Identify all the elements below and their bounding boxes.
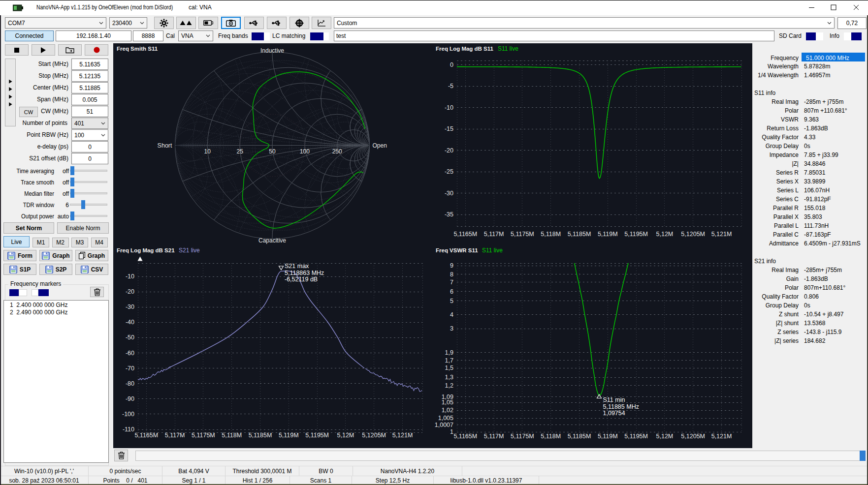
svg-text:Short: Short (158, 142, 172, 149)
svg-text:5,118M: 5,118M (222, 432, 242, 439)
svg-text:5,1195M: 5,1195M (624, 433, 648, 440)
svg-text:5,121M: 5,121M (392, 432, 413, 439)
svg-text:-25: -25 (445, 168, 453, 175)
svg-text:-50: -50 (126, 334, 134, 341)
svg-text:50: 50 (269, 148, 276, 155)
svg-text:1,9: 1,9 (445, 349, 453, 356)
svg-text:-5: -5 (448, 83, 453, 90)
svg-text:5,1185M: 5,1185M (568, 433, 591, 440)
svg-text:5,1205M: 5,1205M (681, 231, 705, 238)
svg-text:10: 10 (204, 148, 211, 155)
svg-text:S11 live: S11 live (498, 45, 518, 52)
svg-text:1,0007: 1,0007 (435, 422, 453, 428)
svg-text:4: 4 (450, 311, 453, 318)
svg-text:1: 1 (450, 428, 453, 435)
svg-text:-10: -10 (126, 273, 134, 280)
svg-text:-35: -35 (445, 211, 453, 218)
svg-text:250: 250 (332, 148, 342, 155)
svg-text:5,1195M: 5,1195M (624, 231, 648, 238)
svg-text:-6,52119 dB: -6,52119 dB (285, 276, 318, 283)
svg-text:5,118M: 5,118M (541, 433, 561, 440)
svg-text:1,7: 1,7 (445, 357, 453, 364)
svg-text:Open: Open (373, 142, 387, 149)
svg-text:1,2: 1,2 (445, 382, 453, 389)
svg-text:5,1205M: 5,1205M (362, 432, 386, 439)
svg-text:5,1165M: 5,1165M (453, 433, 477, 440)
svg-text:5,1195M: 5,1195M (305, 432, 329, 439)
svg-text:-40: -40 (126, 319, 134, 326)
svg-text:3: 3 (450, 325, 453, 332)
svg-text:-10: -10 (445, 104, 453, 111)
svg-text:5,12M: 5,12M (656, 231, 674, 238)
svg-text:-90: -90 (126, 395, 134, 402)
svg-text:5,1165M: 5,1165M (134, 432, 158, 439)
svg-text:100: 100 (300, 148, 310, 155)
svg-text:-60: -60 (126, 350, 134, 357)
svg-text:5,121M: 5,121M (711, 433, 732, 440)
svg-text:Freq Log Mag dB S11: Freq Log Mag dB S11 (436, 46, 494, 52)
svg-text:5,118863 MHz: 5,118863 MHz (285, 270, 324, 276)
svg-text:5,1175M: 5,1175M (192, 432, 215, 439)
svg-text:5,117M: 5,117M (165, 432, 185, 439)
svg-text:25: 25 (237, 148, 244, 155)
svg-text:5,118M: 5,118M (541, 231, 561, 238)
svg-text:-110: -110 (123, 426, 134, 433)
svg-text:-15: -15 (445, 125, 453, 132)
svg-text:8: 8 (450, 271, 453, 278)
svg-text:Freq VSWR S11: Freq VSWR S11 (436, 247, 478, 253)
svg-text:-30: -30 (445, 190, 453, 197)
svg-text:1,05: 1,05 (442, 399, 453, 406)
svg-text:1,3: 1,3 (445, 374, 453, 381)
svg-text:6: 6 (450, 288, 453, 295)
svg-text:5: 5 (450, 298, 453, 304)
svg-text:5,1185M: 5,1185M (568, 231, 591, 238)
svg-text:-20: -20 (126, 288, 134, 295)
svg-text:9: 9 (450, 262, 453, 269)
svg-text:5,117M: 5,117M (484, 231, 504, 238)
svg-text:-20: -20 (445, 147, 453, 154)
svg-text:0: 0 (450, 61, 453, 68)
svg-text:5,119M: 5,119M (598, 433, 618, 440)
svg-text:5,119M: 5,119M (598, 231, 618, 238)
svg-text:7: 7 (450, 279, 453, 286)
svg-text:-100: -100 (122, 411, 134, 418)
svg-text:S11 min: S11 min (603, 396, 625, 403)
svg-text:Capacitive: Capacitive (258, 237, 286, 244)
svg-text:Freq Log Mag dB S21: Freq Log Mag dB S21 (117, 247, 175, 253)
svg-text:5,1185M: 5,1185M (249, 432, 272, 439)
svg-text:5,12M: 5,12M (656, 433, 674, 440)
svg-text:5,11885 MHz: 5,11885 MHz (603, 403, 639, 410)
svg-text:1,5: 1,5 (445, 364, 453, 371)
svg-text:5,12M: 5,12M (337, 432, 354, 439)
svg-text:1,005: 1,005 (438, 415, 453, 422)
svg-text:1,02: 1,02 (442, 407, 453, 414)
svg-text:5,1165M: 5,1165M (453, 231, 477, 238)
svg-text:S21 max: S21 max (285, 263, 309, 270)
svg-text:5,1175M: 5,1175M (511, 433, 534, 440)
svg-text:5,117M: 5,117M (484, 433, 504, 440)
svg-text:Freq Smith S11: Freq Smith S11 (117, 46, 158, 52)
svg-text:-80: -80 (126, 380, 134, 387)
svg-text:-70: -70 (126, 365, 134, 372)
svg-text:5,121M: 5,121M (711, 231, 732, 238)
svg-text:5,119M: 5,119M (279, 432, 299, 439)
svg-text:-30: -30 (126, 303, 134, 310)
svg-text:5,1175M: 5,1175M (511, 231, 534, 238)
svg-text:S21 live: S21 live (179, 247, 200, 254)
svg-text:5,1205M: 5,1205M (681, 433, 705, 440)
svg-text:S11 live: S11 live (482, 247, 503, 254)
svg-text:1,09754: 1,09754 (603, 410, 625, 417)
svg-text:Inductive: Inductive (260, 47, 284, 54)
